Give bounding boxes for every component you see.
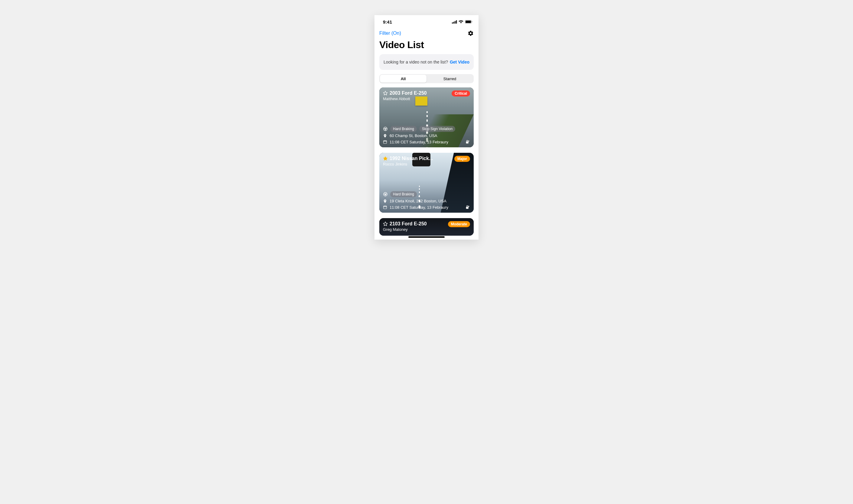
gear-icon[interactable]	[468, 30, 474, 36]
severity-badge: Moderate	[448, 221, 470, 227]
location-pin-icon	[383, 199, 387, 203]
svg-rect-3	[456, 20, 457, 23]
video-datetime: 11:08 CET Saturday, 13 Febraury	[389, 140, 448, 144]
video-title: 1992 Nissan Pick...	[389, 156, 433, 161]
wifi-icon	[458, 20, 464, 23]
info-banner: Looking for a video not on the list? Get…	[379, 54, 474, 70]
banner-text: Looking for a video not on the list?	[384, 59, 448, 65]
star-outline-icon[interactable]	[383, 221, 388, 226]
svg-marker-7	[383, 91, 387, 95]
lock-icon	[465, 205, 470, 210]
steering-wheel-icon	[383, 192, 388, 197]
svg-marker-31	[383, 222, 387, 226]
tab-all[interactable]: All	[380, 75, 426, 83]
svg-rect-25	[384, 206, 387, 209]
event-tag: Stop Sign Violation	[419, 126, 455, 132]
video-card[interactable]: 2003 Ford E-250 Matthew Abbott Critical …	[379, 87, 474, 147]
header: Filter (On)	[375, 29, 478, 38]
video-driver: Greg Maloney	[383, 227, 427, 232]
star-outline-icon[interactable]	[383, 91, 388, 95]
scroll-area[interactable]: Looking for a video not on the list? Get…	[375, 54, 478, 239]
event-tag: Hard Braking	[390, 126, 417, 132]
battery-icon	[465, 20, 472, 23]
svg-marker-19	[383, 157, 387, 160]
video-card[interactable]: 1992 Nissan Pick... Rocco Jinkins Major …	[379, 153, 474, 213]
video-card[interactable]: 2103 Ford E-250 Greg Maloney Moderate	[379, 218, 474, 236]
page-title: Video List	[379, 39, 474, 51]
lock-icon	[465, 140, 470, 144]
video-title: 2103 Ford E-250	[389, 221, 427, 227]
cellular-icon	[452, 20, 457, 23]
calendar-icon	[383, 205, 387, 209]
status-bar: 9:41	[375, 15, 478, 29]
filter-link[interactable]: Filter (On)	[379, 31, 401, 36]
segmented-control: All Starred	[379, 74, 474, 83]
video-datetime: 11:08 CET Saturday, 13 Febraury	[389, 205, 448, 210]
video-driver: Rocco Jinkins	[383, 162, 433, 166]
video-driver: Matthew Abbott	[383, 96, 427, 101]
svg-rect-6	[472, 21, 472, 22]
home-indicator	[409, 236, 444, 238]
status-time: 9:41	[383, 19, 392, 24]
steering-wheel-icon	[383, 126, 388, 131]
svg-line-23	[384, 194, 385, 194]
svg-rect-1	[453, 22, 454, 23]
svg-rect-29	[466, 207, 469, 209]
video-location: 19 Cleta Knoll, 252 Boston, USA	[389, 199, 447, 203]
status-icons	[452, 20, 472, 23]
video-location: 60 Champ St, Boston, USA	[389, 133, 437, 138]
svg-line-24	[386, 194, 387, 194]
card-overlay: 2003 Ford E-250 Matthew Abbott Critical …	[379, 87, 474, 147]
svg-rect-5	[466, 21, 471, 23]
svg-rect-2	[455, 21, 456, 23]
star-filled-icon[interactable]	[383, 156, 388, 161]
location-pin-icon	[383, 134, 387, 138]
svg-rect-0	[452, 22, 453, 23]
title-row: Video List	[375, 38, 478, 54]
svg-point-9	[385, 128, 386, 129]
card-overlay: 1992 Nissan Pick... Rocco Jinkins Major …	[379, 153, 474, 213]
phone-frame: 9:41 Filter (On) Video List Looking for …	[375, 15, 478, 239]
calendar-icon	[383, 140, 387, 144]
svg-point-21	[385, 194, 386, 195]
severity-badge: Major	[454, 156, 470, 162]
svg-rect-17	[466, 142, 469, 144]
video-title: 2003 Ford E-250	[389, 90, 427, 96]
get-video-link[interactable]: Get Video	[450, 59, 469, 65]
severity-badge: Critical	[452, 90, 470, 96]
video-list: 2003 Ford E-250 Matthew Abbott Critical …	[375, 87, 478, 236]
svg-rect-13	[384, 141, 387, 143]
tab-starred[interactable]: Starred	[426, 75, 473, 83]
event-tag: Hard Braking	[390, 191, 417, 197]
card-overlay: 2103 Ford E-250 Greg Maloney Moderate	[379, 218, 474, 236]
